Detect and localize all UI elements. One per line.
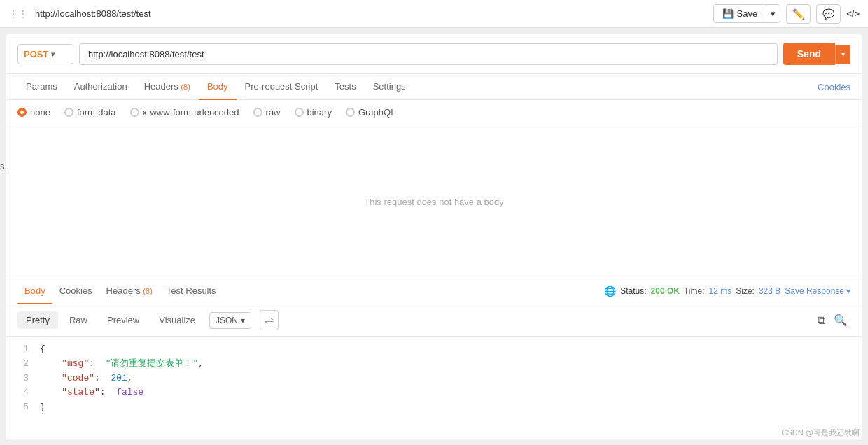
save-btn-group: 💾 Save ▾	[713, 4, 781, 23]
radio-form-data-label: form-data	[77, 107, 116, 118]
tab-prerequest[interactable]: Pre-request Script	[237, 74, 327, 100]
json-format-chevron-icon: ▾	[241, 316, 245, 325]
left-edge-text: s,	[0, 161, 7, 171]
radio-binary[interactable]: binary	[295, 107, 332, 118]
save-response-chevron-icon: ▾	[846, 286, 850, 296]
code-line-3: 3 "code": 201,	[18, 372, 850, 386]
wrap-icon[interactable]: ⇌	[260, 310, 279, 330]
line-content-3: "code": 201,	[40, 372, 133, 386]
main-container: POST ▾ Send ▾ Params Authorization Heade…	[6, 34, 862, 439]
radio-raw-dot	[253, 108, 262, 117]
save-icon: 💾	[722, 8, 734, 19]
radio-urlencoded[interactable]: x-www-form-urlencoded	[130, 107, 239, 118]
code-view[interactable]: 1 { 2 "msg": "请勿重复提交表单！", 3 "code": 201,…	[6, 337, 862, 439]
tab-tests[interactable]: Tests	[326, 74, 364, 100]
radio-raw-label: raw	[266, 107, 281, 118]
status-code: 200 OK	[651, 286, 680, 296]
response-meta: 🌐 Status: 200 OK Time: 12 ms Size: 323 B…	[604, 285, 850, 297]
comment-icon-button[interactable]: 💬	[816, 4, 841, 24]
line-num-2: 2	[18, 357, 29, 372]
method-select[interactable]: POST ▾	[18, 44, 74, 64]
line-content-2: "msg": "请勿重复提交表单！",	[40, 357, 204, 372]
radio-none-label: none	[30, 107, 50, 118]
send-btn-group: Send ▾	[783, 43, 850, 65]
resp-tab-headers[interactable]: Headers (8)	[99, 278, 160, 304]
format-visualize-button[interactable]: Visualize	[150, 311, 204, 329]
watermark: CSDN @可是我还饿啊	[782, 428, 860, 438]
method-label: POST	[24, 49, 48, 59]
line-content-1: {	[40, 342, 46, 357]
response-tabs-row: Body Cookies Headers (8) Test Results 🌐 …	[6, 278, 862, 304]
cookies-link[interactable]: Cookies	[818, 82, 850, 92]
save-button[interactable]: 💾 Save	[714, 5, 766, 22]
top-url-display: http://localhost:8088/test/test	[35, 8, 713, 19]
send-dropdown-button[interactable]: ▾	[835, 45, 850, 64]
save-response-button[interactable]: Save Response ▾	[785, 286, 850, 296]
edit-icon-button[interactable]: ✏️	[786, 4, 811, 24]
time-value: 12 ms	[709, 286, 732, 296]
resp-tab-cookies[interactable]: Cookies	[52, 278, 99, 304]
drag-handle-icon: ⋮⋮	[8, 8, 28, 20]
line-content-5: }	[40, 400, 46, 415]
json-format-label: JSON	[216, 316, 238, 325]
size-label: Size:	[736, 286, 755, 296]
json-format-select[interactable]: JSON ▾	[209, 312, 251, 329]
format-bar: Pretty Raw Preview Visualize JSON ▾ ⇌ ⧉ …	[6, 304, 862, 337]
body-content-area: This request does not have a body	[6, 125, 862, 278]
format-preview-button[interactable]: Preview	[99, 311, 148, 329]
radio-urlencoded-dot	[130, 108, 139, 117]
line-num-1: 1	[18, 342, 29, 357]
radio-none-dot	[18, 108, 27, 117]
code-line-5: 5 }	[18, 400, 850, 415]
line-num-4: 4	[18, 386, 29, 400]
code-line-1: 1 {	[18, 342, 850, 357]
request-bar: POST ▾ Send ▾	[6, 34, 862, 74]
status-label: Status:	[620, 286, 646, 296]
radio-form-data[interactable]: form-data	[64, 107, 116, 118]
radio-graphql-dot	[346, 108, 355, 117]
tab-headers[interactable]: Headers (8)	[136, 74, 199, 100]
radio-raw[interactable]: raw	[253, 107, 281, 118]
tab-authorization[interactable]: Authorization	[66, 74, 136, 100]
headers-badge: (8)	[181, 83, 190, 91]
method-chevron-icon: ▾	[51, 50, 55, 58]
globe-icon: 🌐	[604, 285, 616, 297]
request-tabs-row: Params Authorization Headers (8) Body Pr…	[6, 74, 862, 100]
radio-graphql-label: GraphQL	[358, 107, 396, 118]
line-content-4: "state": false	[40, 386, 144, 400]
resp-tab-test-results[interactable]: Test Results	[160, 278, 223, 304]
resp-tab-body[interactable]: Body	[18, 278, 52, 304]
send-button[interactable]: Send	[783, 43, 835, 65]
code-button[interactable]: </>	[846, 8, 860, 19]
line-num-5: 5	[18, 400, 29, 415]
response-section: Body Cookies Headers (8) Test Results 🌐 …	[6, 278, 862, 439]
body-options: none form-data x-www-form-urlencoded raw…	[6, 100, 862, 125]
format-pretty-button[interactable]: Pretty	[18, 311, 58, 329]
save-dropdown-button[interactable]: ▾	[766, 5, 780, 22]
line-num-3: 3	[18, 372, 29, 386]
search-icon-button[interactable]: 🔍	[831, 311, 850, 330]
tab-params[interactable]: Params	[18, 74, 66, 100]
radio-none[interactable]: none	[18, 107, 50, 118]
save-label: Save	[737, 8, 758, 19]
size-value: 323 B	[759, 286, 780, 296]
time-label: Time:	[684, 286, 705, 296]
body-empty-message: This request does not have a body	[364, 197, 503, 207]
code-line-4: 4 "state": false	[18, 386, 850, 400]
format-raw-button[interactable]: Raw	[61, 311, 96, 329]
radio-form-data-dot	[64, 108, 74, 117]
radio-graphql[interactable]: GraphQL	[346, 107, 396, 118]
tab-body[interactable]: Body	[199, 74, 237, 100]
radio-binary-dot	[295, 108, 304, 117]
top-bar: ⋮⋮ http://localhost:8088/test/test 💾 Sav…	[0, 0, 868, 28]
tab-settings[interactable]: Settings	[365, 74, 414, 100]
url-input[interactable]	[79, 43, 778, 65]
top-actions: 💾 Save ▾ ✏️ 💬 </>	[713, 4, 860, 24]
code-line-2: 2 "msg": "请勿重复提交表单！",	[18, 357, 850, 372]
radio-binary-label: binary	[307, 107, 332, 118]
resp-headers-badge: (8)	[143, 287, 152, 295]
radio-urlencoded-label: x-www-form-urlencoded	[143, 107, 239, 118]
copy-icon-button[interactable]: ⧉	[815, 311, 828, 330]
